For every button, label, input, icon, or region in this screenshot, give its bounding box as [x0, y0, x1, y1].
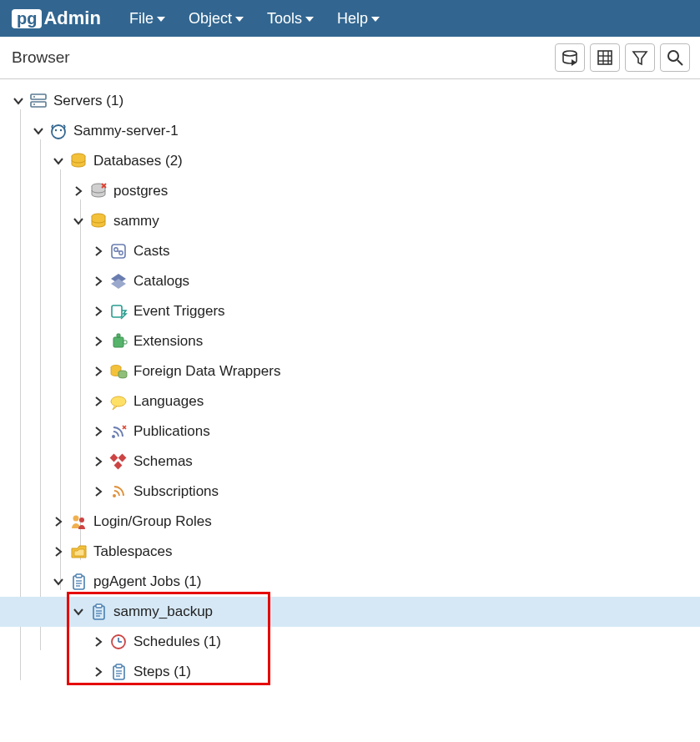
- tree-label: Schedules (1): [133, 633, 221, 650]
- tree-label: Steps (1): [133, 664, 191, 680]
- tree-label: Tablespaces: [93, 543, 173, 560]
- tree-node-publications[interactable]: Publications: [0, 416, 700, 447]
- tree-label: Casts: [133, 243, 169, 260]
- expand-toggle[interactable]: [92, 485, 105, 498]
- query-tool-button[interactable]: [555, 43, 585, 72]
- expand-toggle[interactable]: [92, 335, 105, 348]
- languages-icon: [108, 391, 128, 411]
- expand-toggle[interactable]: [92, 635, 105, 649]
- postgresql-elephant-icon: [48, 121, 68, 141]
- main-menubar: pg Admin File Object Tools Help: [0, 0, 700, 37]
- tree-node-databases[interactable]: Databases (2): [0, 146, 700, 176]
- tree-label: Event Triggers: [133, 303, 225, 320]
- tree-label: Catalogs: [133, 273, 189, 290]
- tree-node-casts[interactable]: Casts: [0, 236, 700, 266]
- tree-label: Servers (1): [53, 93, 123, 109]
- tree-node-schemas[interactable]: Schemas: [0, 447, 700, 477]
- tree-label: postgres: [113, 183, 168, 199]
- tree-node-extensions[interactable]: Extensions: [0, 326, 700, 356]
- expand-toggle[interactable]: [72, 605, 85, 618]
- expand-toggle[interactable]: [92, 395, 105, 408]
- menu-object[interactable]: Object: [189, 10, 244, 28]
- browser-title: Browser: [12, 48, 70, 67]
- menu-help-label: Help: [337, 10, 368, 28]
- expand-toggle[interactable]: [92, 455, 105, 468]
- expand-toggle[interactable]: [52, 154, 65, 168]
- expand-toggle[interactable]: [92, 425, 105, 438]
- database-icon: [88, 211, 108, 231]
- tree-node-pgagent-jobs[interactable]: pgAgent Jobs (1): [0, 567, 700, 597]
- tree-label: Publications: [133, 423, 210, 440]
- tree-label: Schemas: [133, 453, 193, 470]
- chevron-down-icon: [305, 17, 314, 22]
- tree-node-subscriptions[interactable]: Subscriptions: [0, 477, 700, 507]
- menu-file-label: File: [129, 10, 154, 28]
- tree-node-languages[interactable]: Languages: [0, 386, 700, 416]
- expand-toggle[interactable]: [12, 94, 25, 108]
- menu-file[interactable]: File: [129, 10, 165, 28]
- browser-toolbar: [555, 43, 690, 72]
- logo-box: pg: [12, 9, 42, 28]
- tree-node-catalogs[interactable]: Catalogs: [0, 266, 700, 296]
- database-icon: [68, 151, 88, 171]
- tree-node-event-triggers[interactable]: Event Triggers: [0, 296, 700, 326]
- filter-rows-button[interactable]: [625, 43, 655, 72]
- expand-toggle[interactable]: [52, 545, 65, 558]
- tree-label: Sammy-server-1: [73, 123, 179, 139]
- tree-node-server1[interactable]: Sammy-server-1: [0, 116, 700, 146]
- publications-icon: [108, 421, 128, 442]
- view-data-button[interactable]: [590, 43, 620, 72]
- chevron-down-icon: [157, 17, 165, 22]
- browser-header: Browser: [0, 37, 700, 79]
- tree-label: Extensions: [133, 333, 203, 350]
- expand-toggle[interactable]: [92, 245, 105, 258]
- tree-label: Subscriptions: [133, 483, 219, 500]
- menu-tools[interactable]: Tools: [267, 10, 314, 28]
- expand-toggle[interactable]: [72, 215, 85, 228]
- tree-label: pgAgent Jobs (1): [93, 573, 201, 590]
- menu-help[interactable]: Help: [337, 10, 380, 28]
- expand-toggle[interactable]: [52, 515, 65, 528]
- expand-toggle[interactable]: [92, 305, 105, 318]
- extensions-icon: [108, 331, 128, 351]
- expand-toggle[interactable]: [92, 275, 105, 288]
- tree-node-tablespaces[interactable]: Tablespaces: [0, 537, 700, 567]
- pgadmin-logo: pg Admin: [12, 8, 101, 29]
- menu-object-label: Object: [189, 10, 232, 28]
- tree-label: Databases (2): [93, 153, 183, 169]
- search-objects-button[interactable]: [660, 43, 690, 72]
- tree-node-servers[interactable]: Servers (1): [0, 86, 700, 116]
- chevron-down-icon: [235, 17, 244, 22]
- tree-node-db-sammy[interactable]: sammy: [0, 206, 700, 236]
- database-disconnected-icon: [88, 181, 108, 201]
- expand-toggle[interactable]: [32, 124, 45, 138]
- tree-label: sammy_backup: [113, 603, 213, 620]
- steps-icon: [108, 662, 128, 682]
- tree-node-schedules[interactable]: Schedules (1): [0, 627, 700, 657]
- tree-node-steps[interactable]: Steps (1): [0, 657, 700, 687]
- expand-toggle[interactable]: [72, 184, 85, 198]
- catalogs-icon: [108, 271, 128, 291]
- tree-node-login-roles[interactable]: Login/Group Roles: [0, 507, 700, 537]
- pgagent-jobs-icon: [68, 572, 88, 592]
- tree-label: Login/Group Roles: [93, 513, 212, 530]
- tree-node-sammy-backup[interactable]: sammy_backup: [0, 597, 700, 627]
- servers-icon: [28, 91, 48, 111]
- menu-tools-label: Tools: [267, 10, 302, 28]
- event-triggers-icon: [108, 301, 128, 321]
- job-icon: [88, 602, 108, 622]
- expand-toggle[interactable]: [52, 575, 65, 588]
- expand-toggle[interactable]: [92, 365, 105, 378]
- tree-label: sammy: [113, 213, 159, 230]
- tree-label: Languages: [133, 393, 204, 410]
- tree-node-fdw[interactable]: Foreign Data Wrappers: [0, 356, 700, 386]
- logo-text: Admin: [43, 8, 100, 29]
- tree-node-db-postgres[interactable]: postgres: [0, 176, 700, 206]
- expand-toggle[interactable]: [92, 665, 105, 679]
- casts-icon: [108, 241, 128, 261]
- subscriptions-icon: [108, 482, 128, 502]
- tree-label: Foreign Data Wrappers: [133, 363, 280, 380]
- tablespaces-icon: [68, 542, 88, 562]
- chevron-down-icon: [371, 17, 380, 22]
- schemas-icon: [108, 452, 128, 472]
